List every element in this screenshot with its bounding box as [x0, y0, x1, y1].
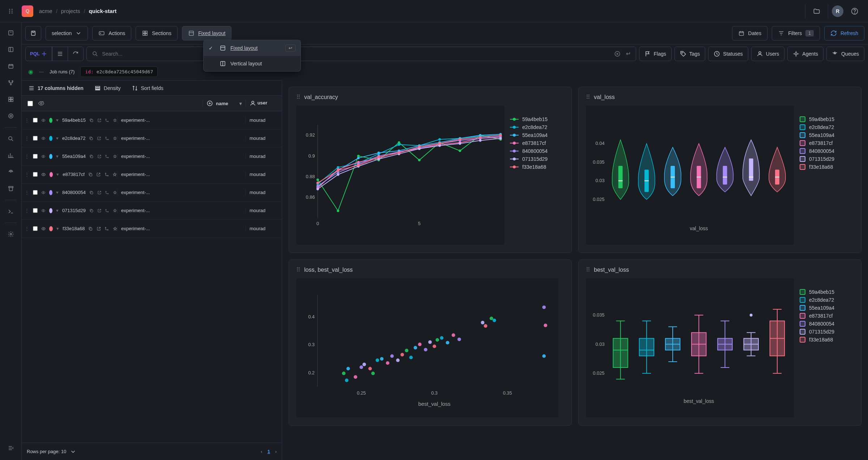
actions-button[interactable]: Actions: [92, 26, 131, 40]
branch-icon[interactable]: [105, 225, 109, 232]
branch-icon[interactable]: [105, 207, 109, 214]
filter-users[interactable]: Users: [751, 47, 785, 61]
sections-button[interactable]: Sections: [136, 26, 178, 40]
clear-search-icon[interactable]: [614, 51, 621, 57]
breadcrumb-org[interactable]: acme: [39, 8, 52, 14]
star-icon[interactable]: [113, 135, 117, 142]
rail-search-icon[interactable]: [3, 131, 18, 146]
hidden-columns-button[interactable]: 17 columns hidden: [24, 82, 88, 94]
star-icon[interactable]: [112, 171, 117, 178]
expand-icon[interactable]: ▾: [56, 154, 59, 159]
rail-target-icon[interactable]: [3, 108, 18, 124]
open-link-icon[interactable]: [97, 117, 102, 124]
visibility-icon[interactable]: [41, 189, 46, 196]
legend-item[interactable]: 55ea109a4: [800, 132, 854, 138]
filter-statuses[interactable]: Statuses: [708, 47, 748, 61]
rail-analytics-icon[interactable]: [3, 148, 18, 163]
copy-icon[interactable]: [89, 189, 94, 196]
row-checkbox[interactable]: [33, 117, 38, 123]
submit-search-icon[interactable]: [624, 51, 631, 57]
legend-item[interactable]: 840800054: [800, 321, 854, 327]
pql-button[interactable]: PQL: [26, 47, 52, 61]
chevron-down-icon[interactable]: [70, 448, 76, 455]
open-link-icon[interactable]: [97, 189, 102, 196]
filter-agents[interactable]: Agents: [787, 47, 824, 61]
visibility-icon[interactable]: [41, 117, 46, 124]
row-checkbox[interactable]: [33, 136, 38, 141]
plot-area[interactable]: 0.860.880.90.9205: [296, 106, 504, 245]
dates-button[interactable]: Dates: [732, 26, 768, 40]
filter-tags[interactable]: Tags: [675, 47, 706, 61]
copy-icon[interactable]: [88, 171, 93, 178]
help-icon[interactable]: [847, 4, 862, 19]
legend-item[interactable]: 840800054: [800, 148, 854, 154]
legend-item[interactable]: e873817cf: [800, 140, 854, 146]
rail-terminal-icon[interactable]: [3, 204, 18, 219]
workspace-logo[interactable]: Q: [22, 5, 33, 17]
branch-icon[interactable]: [105, 171, 109, 178]
drag-handle-icon[interactable]: ⠿: [586, 266, 590, 273]
star-icon[interactable]: [113, 153, 117, 160]
sort-fields-button[interactable]: Sort fields: [127, 82, 168, 94]
legend-item[interactable]: 071315d29: [800, 329, 854, 335]
breadcrumb-projects[interactable]: projects: [61, 8, 80, 14]
selection-dropdown[interactable]: selection: [46, 26, 88, 40]
next-page-icon[interactable]: ›: [275, 449, 277, 454]
legend-item[interactable]: 55ea109a4: [510, 132, 564, 138]
table-row[interactable]: ⋮ ▾ 55ea109a4 experiment-... mourad: [22, 147, 282, 165]
folder-icon[interactable]: [809, 4, 824, 19]
rows-per-page[interactable]: Rows per page: 10: [27, 449, 66, 454]
query-chip[interactable]: id: e2c8dea7256c45049d67: [80, 66, 158, 77]
row-drag-icon[interactable]: ⋮: [25, 154, 29, 159]
row-drag-icon[interactable]: ⋮: [25, 136, 29, 141]
select-all-checkbox[interactable]: [27, 101, 33, 106]
legend-item[interactable]: 071315d29: [800, 156, 854, 162]
legend-item[interactable]: 59a4beb15: [510, 116, 564, 122]
rail-sidebar-icon[interactable]: [3, 42, 18, 57]
expand-icon[interactable]: ▾: [56, 190, 59, 195]
run-hash[interactable]: 071315d29: [62, 208, 86, 213]
expand-icon[interactable]: ▾: [56, 117, 59, 123]
search-field[interactable]: [86, 47, 636, 61]
open-link-icon[interactable]: [97, 135, 101, 142]
rail-calendar-icon[interactable]: [3, 59, 18, 74]
star-icon[interactable]: [113, 207, 117, 214]
save-view-icon[interactable]: [25, 26, 41, 40]
drag-handle-icon[interactable]: [0, 8, 22, 15]
plot-area[interactable]: 0.0250.030.035best_val_loss: [586, 278, 794, 417]
rail-home-icon[interactable]: [3, 25, 18, 40]
legend-item[interactable]: f33e18a68: [510, 164, 564, 170]
expand-icon[interactable]: ▾: [56, 172, 59, 177]
open-link-icon[interactable]: [97, 225, 101, 232]
visibility-icon[interactable]: [41, 171, 46, 178]
row-drag-icon[interactable]: ⋮: [25, 190, 29, 195]
legend-item[interactable]: 59a4beb15: [800, 289, 854, 295]
row-drag-icon[interactable]: ⋮: [25, 226, 29, 231]
rail-settings-icon[interactable]: [3, 227, 18, 242]
run-hash[interactable]: 55ea109a4: [62, 154, 86, 159]
user-avatar[interactable]: R: [832, 5, 843, 17]
density-button[interactable]: Density: [90, 82, 125, 94]
branch-icon[interactable]: [105, 117, 109, 124]
rail-broadcast-icon[interactable]: [3, 164, 18, 180]
refresh-query-icon[interactable]: [68, 47, 83, 61]
table-row[interactable]: ⋮ ▾ f33e18a68 experiment-... mourad: [22, 220, 282, 238]
open-link-icon[interactable]: [97, 207, 102, 214]
list-view-icon[interactable]: [52, 47, 68, 61]
row-drag-icon[interactable]: ⋮: [25, 172, 29, 177]
legend-item[interactable]: e2c8dea72: [510, 124, 564, 130]
copy-icon[interactable]: [88, 225, 93, 232]
legend-item[interactable]: 071315d29: [510, 156, 564, 162]
row-drag-icon[interactable]: ⋮: [25, 208, 29, 213]
expand-icon[interactable]: ▾: [56, 226, 59, 231]
rail-modules-icon[interactable]: [3, 92, 18, 107]
visibility-icon[interactable]: [41, 225, 46, 232]
run-hash[interactable]: 59a4beb15: [62, 117, 86, 123]
column-header-name[interactable]: name ▾: [203, 100, 246, 107]
visibility-icon[interactable]: [41, 135, 46, 142]
star-icon[interactable]: [113, 225, 117, 232]
row-checkbox[interactable]: [33, 190, 38, 195]
legend-item[interactable]: 840800054: [510, 148, 564, 154]
legend-item[interactable]: e2c8dea72: [800, 297, 854, 303]
table-row[interactable]: ⋮ ▾ e873817cf experiment-... mourad: [22, 165, 282, 184]
